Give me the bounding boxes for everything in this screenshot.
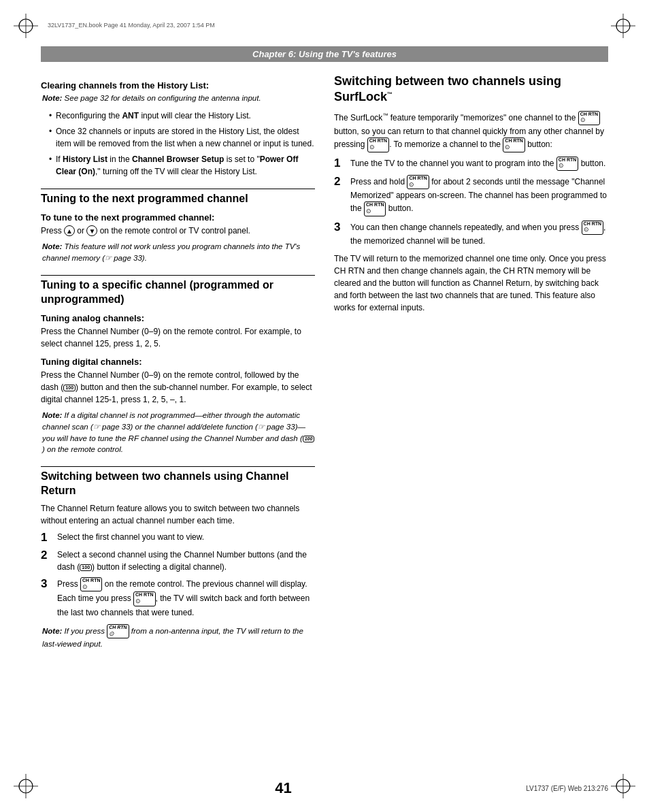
ch-rtn-btn-ref-5: CH RTN⊙ (367, 137, 389, 152)
section-rule-2 (41, 275, 315, 276)
corner-mark-bl (12, 773, 39, 800)
surflock-heading: Switching between two channels using Sur… (334, 74, 608, 105)
footer-right: LV1737 (E/F) Web 213:276 (526, 785, 608, 792)
corner-mark-br (610, 773, 637, 800)
tuning-analog-body: Press the Channel Number (0–9) on the re… (41, 325, 315, 350)
tuning-digital-note-label: Note: (42, 411, 62, 419)
tuning-next-section: Tuning to the next programmed channel To… (41, 189, 315, 264)
ch-return-step-1: 1 Select the first channel you want to v… (41, 531, 315, 545)
page-number: 41 (275, 779, 291, 797)
tuning-specific-section: Tuning to a specific channel (programmed… (41, 275, 315, 455)
surflock-step-text-2: Press and hold CH RTN⊙ for about 2 secon… (350, 175, 608, 216)
step-num-2: 2 (41, 549, 52, 573)
ch-rtn-btn-ref-4: CH RTN⊙ (578, 111, 600, 125)
surflock-body2: The TV will return to the memorized chan… (334, 253, 608, 314)
clearing-note-label: Note: (42, 94, 62, 102)
surflock-step-num-1: 1 (334, 157, 345, 171)
file-info: 32LV1737_EN.book Page 41 Monday, April 2… (48, 22, 215, 29)
step-num-1: 1 (41, 531, 52, 545)
tuning-next-note-label: Note: (42, 242, 62, 250)
surflock-section: Switching between two channels using Sur… (334, 74, 608, 314)
tuning-next-heading: Tuning to the next programmed channel (41, 192, 315, 206)
clearing-bullets: Reconfiguring the ANT input will clear t… (41, 110, 315, 178)
left-column: Clearing channels from the History List:… (41, 74, 315, 758)
clearing-bullet-3: If History List in the Channel Browser S… (49, 153, 315, 178)
tuning-specific-heading: Tuning to a specific channel (programmed… (41, 278, 315, 307)
chapter-header: Chapter 6: Using the TV's features (41, 46, 608, 62)
tuning-digital-subheading: Tuning digital channels: (41, 357, 315, 367)
section-rule-3 (41, 466, 315, 467)
ch-return-note-text: If you press CH RTN⊙ from a non-antenna … (42, 627, 303, 649)
surflock-step-text-1: Tune the TV to the channel you want to p… (350, 157, 608, 171)
step-text-2: Select a second channel using the Channe… (57, 549, 315, 573)
ch-rtn-btn-ref-2: CH RTN⊙ (133, 591, 155, 606)
ch-down-icon: ▼ (86, 225, 97, 236)
ch-rtn-btn-ref-6: CH RTN⊙ (503, 137, 525, 152)
surflock-steps: 1 Tune the TV to the channel you want to… (334, 157, 608, 248)
step-text-1: Select the first channel you want to vie… (57, 531, 315, 545)
surflock-step-3: 3 You can then change channels repeatedl… (334, 221, 608, 247)
ch-rtn-btn-ref-3: CH RTN⊙ (107, 624, 129, 638)
ch-rtn-btn-ref-7: CH RTN⊙ (556, 157, 578, 171)
step-num-3: 3 (41, 577, 52, 619)
section-rule-1 (41, 189, 315, 189)
clearing-section: Clearing channels from the History List:… (41, 80, 315, 178)
tuning-next-note-text: This feature will not work unless you pr… (42, 242, 300, 262)
tuning-next-subheading: To tune to the next programmed channel: (41, 212, 315, 223)
surflock-step-num-3: 3 (334, 221, 345, 247)
ch-rtn-btn-ref-9: CH RTN⊙ (364, 201, 386, 216)
ch-return-step-2: 2 Select a second channel using the Chan… (41, 549, 315, 573)
tuning-digital-body: Press the Channel Number (0–9) on the re… (41, 369, 315, 406)
dash-btn-ref-2: 100 (303, 436, 315, 442)
ch-return-step-3: 3 Press CH RTN⊙ on the remote control. T… (41, 577, 315, 619)
surflock-step-2: 2 Press and hold CH RTN⊙ for about 2 sec… (334, 175, 608, 216)
dash-btn-ref-3: 100 (80, 564, 92, 571)
ch-rtn-btn-ref-1: CH RTN⊙ (80, 577, 102, 591)
surflock-step-num-2: 2 (334, 175, 345, 216)
dash-btn-ref: 100 (63, 385, 76, 391)
clearing-note-text: See page 32 for details on configuring t… (65, 94, 261, 102)
right-column: Switching between two channels using Sur… (334, 74, 608, 758)
ch-return-note: Note: If you press CH RTN⊙ from a non-an… (41, 624, 315, 650)
step-text-3: Press CH RTN⊙ on the remote control. The… (57, 577, 315, 619)
ch-return-steps: 1 Select the first channel you want to v… (41, 531, 315, 619)
tuning-analog-subheading: Tuning analog channels: (41, 313, 315, 323)
tuning-next-note: Note: This feature will not work unless … (41, 241, 315, 263)
clearing-heading: Clearing channels from the History List: (41, 80, 315, 91)
surflock-step-1: 1 Tune the TV to the channel you want to… (334, 157, 608, 171)
ch-up-icon: ▲ (64, 225, 75, 236)
clearing-bullet-1: Reconfiguring the ANT input will clear t… (49, 110, 315, 122)
tuning-next-body: Press ▲ or ▼ on the remote control or TV… (41, 225, 315, 237)
surflock-step-text-3: You can then change channels repeatedly,… (350, 221, 608, 247)
surflock-heading-line1: Switching between two channels using (334, 74, 561, 88)
surflock-heading-line2: SurfLock™ (334, 90, 393, 103)
ch-return-heading: Switching between two channels using Cha… (41, 470, 315, 498)
tuning-digital-note: Note: If a digital channel is not progra… (41, 410, 315, 455)
page-footer: 41 LV1737 (E/F) Web 213:276 (41, 779, 608, 797)
clearing-bullet-2: Once 32 channels or inputs are stored in… (49, 125, 315, 150)
corner-mark-tr (610, 12, 637, 39)
ch-rtn-btn-ref-10: CH RTN⊙ (582, 221, 603, 235)
ch-return-body: The Channel Return feature allows you to… (41, 502, 315, 527)
corner-mark-tl (12, 12, 39, 39)
page-wrapper: 32LV1737_EN.book Page 41 Monday, April 2… (0, 0, 649, 812)
tuning-digital-note-text: If a digital channel is not programmed—e… (42, 411, 314, 453)
ch-return-note-label: Note: (42, 627, 62, 635)
clearing-note: Note: See page 32 for details on configu… (41, 93, 315, 104)
surflock-body1: The SurfLock™ feature temporarily "memor… (334, 111, 608, 152)
ch-return-section: Switching between two channels using Cha… (41, 466, 315, 650)
content-area: Clearing channels from the History List:… (41, 74, 608, 758)
ch-rtn-btn-ref-8: CH RTN⊙ (407, 175, 429, 189)
